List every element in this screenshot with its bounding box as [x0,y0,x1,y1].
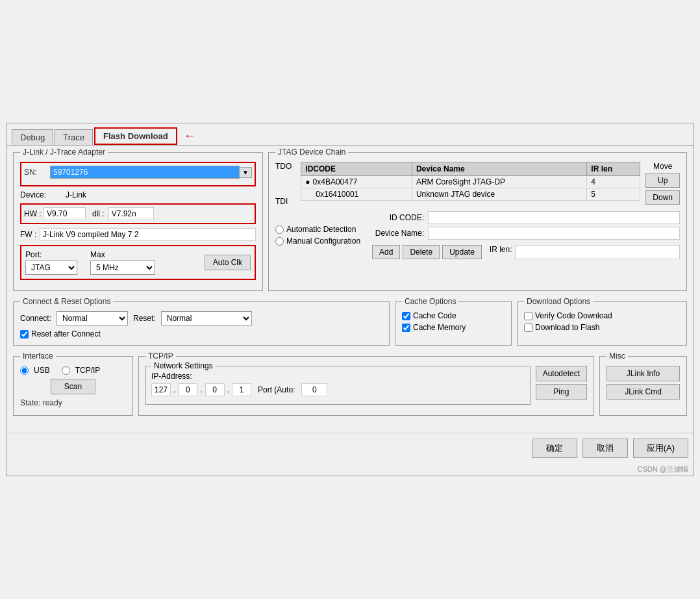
cache-memory-label: Cache Memory [413,323,466,332]
confirm-button[interactable]: 确定 [532,439,577,458]
hw-dll-row: HW : dll : [20,203,256,224]
cache-code-checkbox[interactable] [402,312,410,320]
reset-select[interactable]: Normal Core Reset Pin Reset VECTRESET [161,311,252,325]
cache-code-row: Cache Code [402,311,505,320]
arrow-indicator: ← [184,129,195,143]
sn-input[interactable] [50,166,240,179]
top-section: J-Link / J-Trace Adapter SN: ▼ Device: J… [13,152,687,296]
cell-device-name-0: ARM CoreSight JTAG-DP [412,176,586,188]
tcpip-fields: Network Settings IP-Address: . . . [145,366,531,409]
interface-label: Interface [20,351,56,361]
connect-reset-label: Connect & Reset Options [20,297,113,306]
misc-label: Misc [606,351,628,361]
ip-input-4[interactable] [232,383,251,396]
ip-sep-3: . [227,385,229,394]
scan-button[interactable]: Scan [51,379,95,394]
misc-group: Misc JLink Info JLink Cmd [599,356,687,416]
sn-dropdown-button[interactable]: ▼ [240,167,252,178]
device-value: J-Link [66,190,86,199]
add-button[interactable]: Add [372,245,400,259]
tcpip-radio[interactable] [62,366,70,375]
ip-input-3[interactable] [205,383,225,396]
sn-row-wrapper: SN: ▼ [20,162,256,186]
manual-config-radio[interactable] [275,237,284,246]
autoclk-button[interactable]: Auto Clk [205,255,251,270]
radio-row: Automatic Detection Manual Configuration [275,225,360,246]
tcpip-label: TCP/IP [75,366,101,375]
dll-input[interactable] [108,207,154,220]
idcode-1: 0x16410001 [316,190,358,199]
jtag-buttons: Move Up Down [645,162,680,206]
max-select[interactable]: 5 MHz 10 MHz 20 MHz [90,261,155,275]
reset-after-connect-checkbox[interactable] [20,330,29,338]
port-input[interactable] [301,383,327,396]
connect-select[interactable]: Normal Under Reset Pre-Reset Auto [56,311,128,325]
autodetect-button[interactable]: Autodetect [536,366,587,381]
hw-label: HW : [24,209,44,218]
tab-flash-download[interactable]: Flash Download [94,127,177,145]
jlink-adapter-label: J-Link / J-Trace Adapter [20,147,108,157]
max-col: Max 5 MHz 10 MHz 20 MHz [90,250,155,275]
jtag-bottom: Automatic Detection Manual Configuration… [275,211,680,259]
fw-label: FW : [20,230,40,239]
tcpip-inner: Network Settings IP-Address: . . . [145,366,587,409]
table-row[interactable]: ●0x4BA00477 ARM CoreSight JTAG-DP 4 [301,176,640,188]
id-code-label: ID CODE: [372,213,424,222]
manual-config-label: Manual Configuration [286,236,360,246]
jtag-group-label: JTAG Device Chain [275,147,348,157]
delete-button[interactable]: Delete [403,245,440,259]
download-to-flash-checkbox[interactable] [524,324,532,332]
apply-button[interactable]: 应用(A) [633,439,688,458]
tab-bar: Debug Trace Flash Download ← [6,123,694,146]
cell-idcode-0: ●0x4BA00477 [301,176,412,188]
id-fields: ID CODE: Device Name: Add Delete Update … [372,211,680,259]
usb-radio[interactable] [20,366,29,375]
tdo-tdi-labels: TDO TDI [275,162,295,206]
verify-code-checkbox[interactable] [524,312,532,320]
ir-len-input[interactable] [515,245,680,259]
ip-input-1[interactable] [151,383,171,396]
fw-row: FW : [20,228,256,241]
auto-detect-radio-item: Automatic Detection [275,225,360,234]
download-to-flash-row: Download to Flash [524,323,680,332]
device-name-input[interactable] [428,227,680,240]
table-row[interactable]: 0x16410001 Unknown JTAG device 5 [301,188,640,201]
tab-debug[interactable]: Debug [12,129,53,145]
cache-code-label: Cache Code [413,311,456,320]
jtag-table-header-row: IDCODE Device Name IR len [301,162,640,176]
jtag-device-chain-group: JTAG Device Chain TDO TDI IDCODE Device … [268,152,687,291]
jlink-cmd-button[interactable]: JLink Cmd [606,384,680,400]
ir-len-label: IR len: [490,245,512,259]
jlink-adapter-group: J-Link / J-Trace Adapter SN: ▼ Device: J… [13,152,263,291]
down-button[interactable]: Down [645,190,680,205]
download-options-group: Download Options Verify Code Download Do… [517,301,687,346]
middle-section: Connect & Reset Options Connect: Normal … [13,301,687,351]
tab-trace[interactable]: Trace [55,129,93,145]
ip-input-2[interactable] [178,383,197,396]
ip-sep-2: . [200,385,202,394]
cancel-button[interactable]: 取消 [582,439,628,458]
up-button[interactable]: Up [645,173,680,188]
download-options-label: Download Options [524,297,593,306]
cell-idcode-1: 0x16410001 [301,188,412,201]
cache-options-group: Cache Options Cache Code Cache Memory [395,301,512,346]
id-code-input[interactable] [428,211,680,224]
ip-row: IP-Address: [151,372,525,381]
auto-detect-radio[interactable] [275,225,284,234]
col-idcode: IDCODE [301,162,412,176]
verify-code-row: Verify Code Download [524,311,680,320]
idcode-0: 0x4BA00477 [313,177,358,186]
port-row: Port: JTAG SWD Max 5 MHz 10 MHz 20 MHz [20,245,256,280]
update-button[interactable]: Update [442,245,482,259]
hw-input[interactable] [44,207,86,220]
reset-after-connect-row: Reset after Connect [20,329,382,338]
fw-input[interactable] [40,228,256,241]
cache-memory-checkbox[interactable] [402,324,410,332]
port-label: Port: [25,250,42,259]
reset-after-connect-label: Reset after Connect [31,329,101,338]
port-select[interactable]: JTAG SWD [25,261,77,275]
ping-button[interactable]: Ping [536,384,587,400]
jtag-side: TDO TDI IDCODE Device Name IR len [275,162,680,206]
jlink-info-button[interactable]: JLink Info [606,366,680,381]
bottom-section: Interface USB TCP/IP Scan State: ready T… [13,356,687,421]
